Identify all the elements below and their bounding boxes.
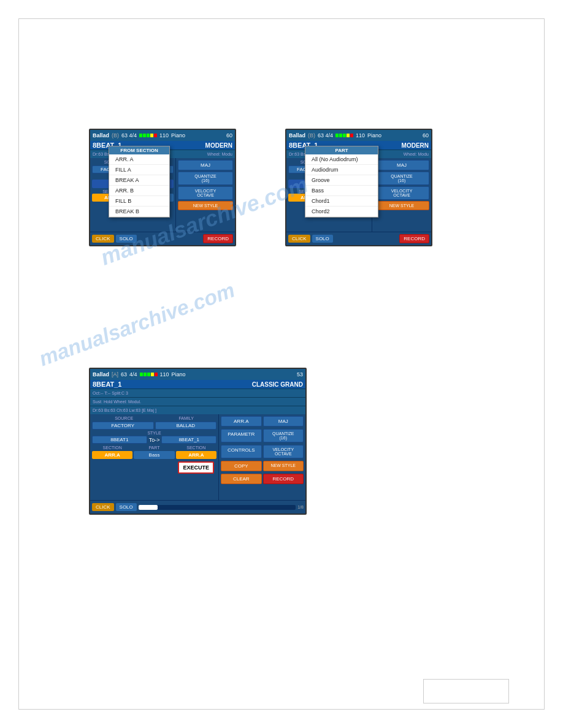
s2-tempo: 110 [356,132,365,138]
s3-style-to[interactable]: 8BEAT_1 [161,436,216,444]
s1-timesig: 63 4/4 [121,132,137,138]
s3-family-btn[interactable]: BALLAD [155,422,217,430]
s2-timesig: 63 4/4 [318,132,333,138]
s3-instrument: Piano [172,371,186,377]
s3-btn-newstyle[interactable]: NEW STYLE [263,461,304,471]
s3-btn-parametr[interactable]: PARAMETR [221,429,262,442]
s3-tempo: 110 [160,371,169,377]
s2-drop-item-1[interactable]: All (No Audiodrum) [305,154,378,165]
s1-btn-maj[interactable]: MAJ [178,160,233,170]
s1-btn-newstyle[interactable]: NEW STYLE [178,201,233,210]
s2-btn-velocity[interactable]: VELOCITYOCTAVE [374,186,429,200]
screen2: Ballad (B) 63 4/4 110 Piano 60 8BEAT_1 M… [285,129,432,246]
s2-seg3 [343,134,346,137]
s1-drop-item-1[interactable]: ARR. A [109,154,169,165]
seg3 [147,134,150,137]
screen2-topbar: Ballad (B) 63 4/4 110 Piano 60 [286,130,431,141]
page-border [18,18,545,710]
s3-timesig: 4/4 [129,371,137,377]
s3-btn-controls[interactable]: CONTROLS [221,445,262,458]
s2-drop-item-3[interactable]: Groove [305,175,378,186]
s1-subtitle: MODERN [205,142,232,149]
s1-drop-item-2[interactable]: FILL A [109,165,169,175]
s1-tempobar [139,134,157,137]
s3-source-label: SOURCE [115,416,133,420]
s1-solo-btn[interactable]: SOLO [116,235,137,243]
s1-btn-velocity[interactable]: VELOCITYOCTAVE [178,186,233,200]
s1-click-btn[interactable]: CLICK [92,235,114,243]
s2-btn-quantize[interactable]: QUANTIZE(16) [374,172,429,185]
s3-click-btn[interactable]: CLICK [92,503,114,511]
s3-title: 8BEAT_1 [93,381,121,388]
s3-infobar1: Oct:-- T:-- Split:C 3 [90,389,305,397]
s3-title2: CLASSIC GRAND [252,381,303,388]
seg5 [154,134,157,137]
s1-num: 60 [226,132,232,138]
s3-solo-btn[interactable]: SOLO [116,503,137,511]
s2-drop-item-6[interactable]: Chord2 [305,207,378,217]
s2-solo-btn[interactable]: SOLO [312,235,333,243]
s3-num1: 63 [121,371,127,377]
s3-tempobar [140,373,158,376]
s3-info2: Sust: Hold Wheel: Modul. [93,400,141,404]
s2-bracket: (B) [308,132,315,138]
s3-style-label: STYLE [92,431,216,435]
s3-execute-btn[interactable]: EXECUTE [178,461,214,474]
s2-subtitle: MODERN [402,142,429,149]
s2-drop-item-4[interactable]: Bass [305,186,378,196]
s1-record-btn[interactable]: RECORD [203,234,233,243]
s3-arrow: To-> [149,437,160,443]
screen1-topbar: Ballad (B) 63 4/4 110 Piano 60 [90,130,235,141]
s2-record-btn[interactable]: RECORD [399,234,429,243]
s3-num: 53 [297,371,303,377]
s2-style: Ballad [289,132,305,138]
s1-btn-quantize[interactable]: QUANTIZE(16) [178,172,233,185]
s3-btn-record[interactable]: RECORD [263,474,304,484]
screen3: Ballad [A] 63 4/4 110 Piano 53 8BEAT_1 C… [89,368,307,515]
s1-bottombar: CLICK SOLO RECORD [90,232,235,245]
s1-style: Ballad [93,132,109,138]
s3-btn-maj[interactable]: MAJ [263,416,304,427]
s3-seg4 [151,373,154,376]
s2-click-btn[interactable]: CLICK [288,235,310,243]
s3-section-val[interactable]: ARR.A [92,451,132,459]
s3-family-label: FAMILY [178,416,193,420]
seg2 [143,134,146,137]
s2-dropdown: PART All (No Audiodrum) Audiodrum Groove… [305,146,378,218]
s2-drop-item-2[interactable]: Audiodrum [305,165,378,175]
s1-drop-item-6[interactable]: BREAK B [109,207,169,217]
s3-section2-val[interactable]: ARR.A [176,451,216,459]
s2-btn-newstyle[interactable]: NEW STYLE [374,201,429,210]
s3-info3: Dr:63 Bs:63 Ch:63 Lw:63 [E Maj ] [93,408,156,412]
s1-drop-item-5[interactable]: FILL B [109,196,169,207]
s2-info2: Wheel: Modu [404,152,429,156]
small-box [423,679,509,703]
s2-drop-item-5[interactable]: Chord1 [305,196,378,207]
s2-seg1 [335,134,339,137]
seg4 [150,134,153,137]
seg1 [139,134,142,137]
s3-bottombar: CLICK SOLO 1/8 [90,500,305,514]
s2-btn-maj[interactable]: MAJ [374,160,429,170]
s1-tempo: 110 [159,132,169,138]
s3-btn-copy[interactable]: COPY [221,461,262,471]
s3-infobar3: Dr:63 Bs:63 Ch:63 Lw:63 [E Maj ] [90,406,305,414]
s2-seg2 [339,134,342,137]
s1-info2: Wheel: Modu [207,152,232,156]
s2-seg4 [347,134,350,137]
s1-drop-item-4[interactable]: ARR. B [109,186,169,196]
s2-bottombar: CLICK SOLO RECORD [286,232,431,245]
s3-part-val[interactable]: Bass [134,451,174,459]
s1-drop-item-3[interactable]: BREAK A [109,175,169,186]
s3-btn-arra[interactable]: ARR.A [221,416,262,427]
s3-part-label: PART [134,446,174,450]
s2-seg5 [350,134,353,137]
s2-tempobar [335,134,353,137]
s3-style-from[interactable]: 8BEAT1 [92,436,147,444]
s3-btn-velocity[interactable]: VELOCITYOCTAVE [263,445,304,458]
s3-btn-quantize[interactable]: QUANTIZE(16) [263,429,304,442]
s3-btn-clear[interactable]: CLEAR [221,474,262,484]
s3-source-btn[interactable]: FACTORY [92,422,154,430]
s3-style: Ballad [93,371,109,377]
s3-progress-fill [139,505,158,510]
